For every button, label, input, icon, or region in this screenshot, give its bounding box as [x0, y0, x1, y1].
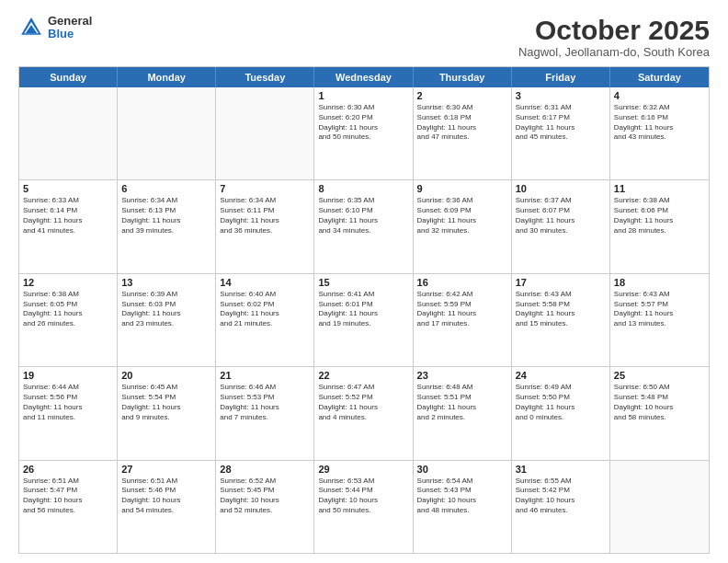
day-number: 12 [23, 277, 113, 288]
cal-cell [216, 87, 314, 179]
day-info: Sunrise: 6:52 AM Sunset: 5:45 PM Dayligh… [220, 477, 310, 516]
day-number: 9 [417, 183, 507, 194]
cal-cell: 23Sunrise: 6:48 AM Sunset: 5:51 PM Dayli… [414, 367, 512, 459]
cal-cell: 20Sunrise: 6:45 AM Sunset: 5:54 PM Dayli… [118, 367, 216, 459]
header-thursday: Thursday [414, 67, 512, 87]
day-info: Sunrise: 6:31 AM Sunset: 6:17 PM Dayligh… [516, 103, 606, 143]
logo-text: General Blue [48, 15, 92, 41]
cal-cell: 22Sunrise: 6:47 AM Sunset: 5:52 PM Dayli… [314, 367, 413, 459]
cal-cell: 30Sunrise: 6:54 AM Sunset: 5:43 PM Dayli… [414, 461, 512, 553]
day-number: 27 [121, 464, 211, 475]
day-number: 22 [318, 370, 408, 381]
day-info: Sunrise: 6:53 AM Sunset: 5:44 PM Dayligh… [318, 477, 408, 516]
cal-cell: 26Sunrise: 6:51 AM Sunset: 5:47 PM Dayli… [19, 461, 118, 553]
cal-cell: 7Sunrise: 6:34 AM Sunset: 6:11 PM Daylig… [216, 180, 314, 272]
day-number: 25 [614, 370, 705, 381]
cal-cell: 6Sunrise: 6:34 AM Sunset: 6:13 PM Daylig… [118, 180, 216, 272]
day-number: 8 [318, 183, 408, 194]
week-row-4: 26Sunrise: 6:51 AM Sunset: 5:47 PM Dayli… [19, 461, 709, 553]
day-number: 7 [220, 183, 310, 194]
cal-cell: 2Sunrise: 6:30 AM Sunset: 6:18 PM Daylig… [414, 87, 512, 179]
day-number: 28 [220, 464, 310, 475]
day-number: 19 [23, 370, 113, 381]
logo-icon [18, 15, 44, 40]
cal-cell: 14Sunrise: 6:40 AM Sunset: 6:02 PM Dayli… [216, 274, 314, 366]
cal-cell: 27Sunrise: 6:51 AM Sunset: 5:46 PM Dayli… [118, 461, 216, 553]
day-number: 17 [516, 277, 606, 288]
cal-cell: 16Sunrise: 6:42 AM Sunset: 5:59 PM Dayli… [414, 274, 512, 366]
day-info: Sunrise: 6:36 AM Sunset: 6:09 PM Dayligh… [417, 196, 507, 236]
day-info: Sunrise: 6:44 AM Sunset: 5:56 PM Dayligh… [23, 383, 113, 422]
day-info: Sunrise: 6:50 AM Sunset: 5:48 PM Dayligh… [614, 383, 705, 422]
location: Nagwol, Jeollanam-do, South Korea [518, 45, 710, 59]
day-info: Sunrise: 6:38 AM Sunset: 6:06 PM Dayligh… [614, 196, 705, 236]
cal-cell: 8Sunrise: 6:35 AM Sunset: 6:10 PM Daylig… [314, 180, 413, 272]
cal-cell [118, 87, 216, 179]
header-saturday: Saturday [610, 67, 709, 87]
cal-cell: 4Sunrise: 6:32 AM Sunset: 6:16 PM Daylig… [610, 87, 709, 179]
day-number: 11 [614, 183, 705, 194]
logo-general-text: General [48, 15, 92, 28]
day-info: Sunrise: 6:30 AM Sunset: 6:20 PM Dayligh… [318, 103, 408, 143]
cal-cell: 10Sunrise: 6:37 AM Sunset: 6:07 PM Dayli… [512, 180, 610, 272]
day-info: Sunrise: 6:46 AM Sunset: 5:53 PM Dayligh… [220, 383, 310, 422]
day-info: Sunrise: 6:39 AM Sunset: 6:03 PM Dayligh… [121, 290, 211, 329]
day-info: Sunrise: 6:45 AM Sunset: 5:54 PM Dayligh… [121, 383, 211, 422]
cal-cell: 24Sunrise: 6:49 AM Sunset: 5:50 PM Dayli… [512, 367, 610, 459]
day-info: Sunrise: 6:54 AM Sunset: 5:43 PM Dayligh… [417, 477, 507, 516]
cal-cell: 19Sunrise: 6:44 AM Sunset: 5:56 PM Dayli… [19, 367, 118, 459]
day-number: 13 [121, 277, 211, 288]
day-info: Sunrise: 6:43 AM Sunset: 5:58 PM Dayligh… [516, 290, 606, 329]
cal-cell: 21Sunrise: 6:46 AM Sunset: 5:53 PM Dayli… [216, 367, 314, 459]
header-sunday: Sunday [19, 67, 118, 87]
day-info: Sunrise: 6:47 AM Sunset: 5:52 PM Dayligh… [318, 383, 408, 422]
day-number: 29 [318, 464, 408, 475]
cal-cell: 13Sunrise: 6:39 AM Sunset: 6:03 PM Dayli… [118, 274, 216, 366]
week-row-0: 1Sunrise: 6:30 AM Sunset: 6:20 PM Daylig… [19, 87, 709, 180]
day-info: Sunrise: 6:55 AM Sunset: 5:42 PM Dayligh… [516, 477, 606, 516]
day-number: 5 [23, 183, 113, 194]
day-info: Sunrise: 6:49 AM Sunset: 5:50 PM Dayligh… [516, 383, 606, 422]
calendar-body: 1Sunrise: 6:30 AM Sunset: 6:20 PM Daylig… [19, 87, 709, 553]
day-info: Sunrise: 6:34 AM Sunset: 6:13 PM Dayligh… [121, 196, 211, 236]
day-number: 16 [417, 277, 507, 288]
title-area: October 2025 Nagwol, Jeollanam-do, South… [518, 15, 710, 59]
header-monday: Monday [118, 67, 216, 87]
cal-cell: 3Sunrise: 6:31 AM Sunset: 6:17 PM Daylig… [512, 87, 610, 179]
day-number: 1 [318, 90, 408, 101]
day-number: 20 [121, 370, 211, 381]
cal-cell: 31Sunrise: 6:55 AM Sunset: 5:42 PM Dayli… [512, 461, 610, 553]
cal-cell: 12Sunrise: 6:38 AM Sunset: 6:05 PM Dayli… [19, 274, 118, 366]
cal-cell: 15Sunrise: 6:41 AM Sunset: 6:01 PM Dayli… [314, 274, 413, 366]
cal-cell: 29Sunrise: 6:53 AM Sunset: 5:44 PM Dayli… [314, 461, 413, 553]
calendar-header: SundayMondayTuesdayWednesdayThursdayFrid… [19, 67, 709, 87]
header-tuesday: Tuesday [216, 67, 314, 87]
day-number: 24 [516, 370, 606, 381]
header-wednesday: Wednesday [314, 67, 413, 87]
day-number: 2 [417, 90, 507, 101]
logo-blue-text: Blue [48, 28, 92, 40]
day-info: Sunrise: 6:38 AM Sunset: 6:05 PM Dayligh… [23, 290, 113, 329]
cal-cell: 11Sunrise: 6:38 AM Sunset: 6:06 PM Dayli… [610, 180, 709, 272]
logo: General Blue [18, 15, 92, 41]
cal-cell: 5Sunrise: 6:33 AM Sunset: 6:14 PM Daylig… [19, 180, 118, 272]
day-info: Sunrise: 6:34 AM Sunset: 6:11 PM Dayligh… [220, 196, 310, 236]
cal-cell: 1Sunrise: 6:30 AM Sunset: 6:20 PM Daylig… [314, 87, 413, 179]
day-number: 23 [417, 370, 507, 381]
day-info: Sunrise: 6:37 AM Sunset: 6:07 PM Dayligh… [516, 196, 606, 236]
cal-cell: 25Sunrise: 6:50 AM Sunset: 5:48 PM Dayli… [610, 367, 709, 459]
month-title: October 2025 [518, 15, 710, 45]
day-info: Sunrise: 6:43 AM Sunset: 5:57 PM Dayligh… [614, 290, 705, 329]
header: General Blue October 2025 Nagwol, Jeolla… [18, 15, 710, 59]
cal-cell: 9Sunrise: 6:36 AM Sunset: 6:09 PM Daylig… [414, 180, 512, 272]
day-info: Sunrise: 6:51 AM Sunset: 5:46 PM Dayligh… [121, 477, 211, 516]
cal-cell [610, 461, 709, 553]
cal-cell: 28Sunrise: 6:52 AM Sunset: 5:45 PM Dayli… [216, 461, 314, 553]
day-info: Sunrise: 6:41 AM Sunset: 6:01 PM Dayligh… [318, 290, 408, 329]
header-friday: Friday [512, 67, 610, 87]
cal-cell: 18Sunrise: 6:43 AM Sunset: 5:57 PM Dayli… [610, 274, 709, 366]
day-info: Sunrise: 6:35 AM Sunset: 6:10 PM Dayligh… [318, 196, 408, 236]
day-number: 26 [23, 464, 113, 475]
day-number: 30 [417, 464, 507, 475]
week-row-2: 12Sunrise: 6:38 AM Sunset: 6:05 PM Dayli… [19, 274, 709, 367]
